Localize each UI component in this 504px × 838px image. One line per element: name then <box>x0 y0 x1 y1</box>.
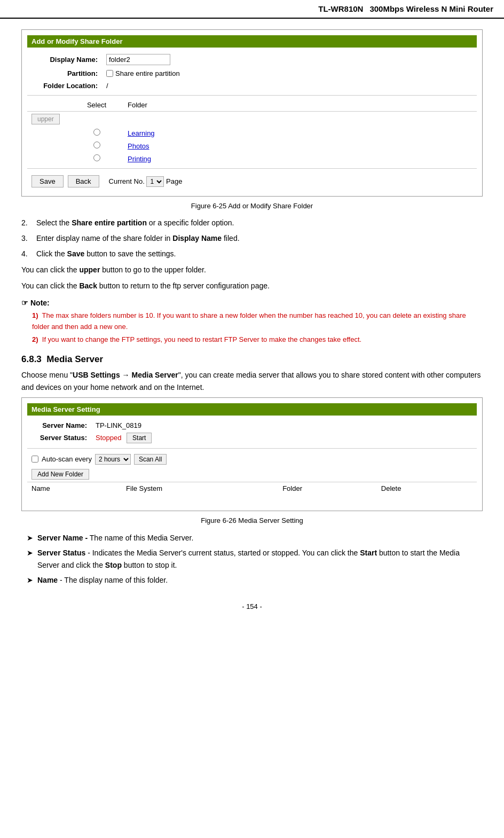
ms-empty-row <box>27 495 477 505</box>
autoscan-checkbox[interactable] <box>32 456 38 463</box>
note-section: ☞ Note: 1) The max share folders number … <box>21 299 483 346</box>
folder-link-0[interactable]: Learning <box>128 129 155 137</box>
divider1 <box>27 95 477 96</box>
bullet-name: ➤ Name - The display name of this folder… <box>21 574 483 586</box>
server-status-label: Server Status: <box>27 431 91 445</box>
figure26-box: Media Server Setting Server Name: TP-LIN… <box>21 397 483 511</box>
back-button[interactable]: Back <box>68 175 99 187</box>
add-folder-row: Add New Folder <box>27 467 477 482</box>
server-status-cell: Stopped Start <box>91 431 477 445</box>
page-header: TL-WR810N 300Mbps Wireless N Mini Router <box>0 0 504 19</box>
buttons-row: Save Back Current No. 1 Page <box>27 172 477 191</box>
page-suffix: Page <box>166 177 182 185</box>
para-upper: You can click the upper button to go to … <box>21 264 483 276</box>
upper-bold: upper <box>79 265 100 274</box>
page-footer: - 154 - <box>21 602 483 610</box>
step-4-text: Click the Save button to save the settin… <box>36 248 176 260</box>
partition-cell: Share entire partition <box>102 67 477 80</box>
ms-form-table: Server Name: TP-LINK_0819 Server Status:… <box>27 420 477 445</box>
folder-location-row: Folder Location: / <box>27 80 477 92</box>
note-items: 1) The max share folders number is 10. I… <box>21 310 483 346</box>
partition-checkbox-text: Share entire partition <box>115 69 180 77</box>
page-number: - 154 - <box>242 602 262 610</box>
note-label: Note: <box>30 299 50 307</box>
folder-empty2 <box>27 152 70 165</box>
autoscan-hours-select[interactable]: 2 hours <box>95 454 131 465</box>
form-table: Display Name: Partition: Share entire pa… <box>27 52 477 92</box>
divider3 <box>27 448 477 449</box>
col-name-header: Name <box>27 482 122 495</box>
partition-checkbox[interactable] <box>106 70 113 77</box>
radio-cell-0 <box>70 127 123 139</box>
figure26-header: Media Server Setting <box>27 403 477 416</box>
section-title: Media Server <box>46 354 103 364</box>
add-folder-button[interactable]: Add New Folder <box>32 469 89 480</box>
display-name-input[interactable] <box>106 54 170 65</box>
folder-link-2[interactable]: Printing <box>128 155 151 163</box>
folder-table-header: Select Folder <box>27 99 477 112</box>
para-media: Choose menu "USB Settings → Media Server… <box>21 369 483 393</box>
start-bold: Start <box>360 549 377 557</box>
para-back: You can click the Back button to return … <box>21 280 483 292</box>
server-name-value: TP-LINK_0819 <box>91 420 477 431</box>
step-3-text: Enter display name of the share folder i… <box>36 233 240 244</box>
bullet-arrow-0: ➤ <box>27 532 37 544</box>
upper-cell: upper <box>27 112 477 127</box>
folder-location-label: Folder Location: <box>27 80 102 92</box>
step-2: 2. Select the Share entire partition or … <box>21 217 483 229</box>
server-name-label: Server Name: <box>27 420 91 431</box>
bullet-server-name-text: Server Name - The name of this Media Ser… <box>37 532 193 544</box>
bullet-bold-0: Server Name - <box>37 534 88 542</box>
note-1-num: 1) <box>32 311 38 319</box>
display-name-label: Display Name: <box>27 52 102 67</box>
note-icon: ☞ <box>21 299 28 307</box>
stop-bold: Stop <box>105 561 122 569</box>
bullet-bold-2: Name <box>37 576 58 584</box>
col-filesystem-header: File System <box>122 482 278 495</box>
autoscan-label: Auto-scan every <box>42 455 92 463</box>
bullet-server-status: ➤ Server Status - Indicates the Media Se… <box>21 547 483 571</box>
upper-button[interactable]: upper <box>32 114 60 124</box>
note-item-1: 1) The max share folders number is 10. I… <box>32 310 483 333</box>
folder-link-cell-1: Photos <box>123 139 477 152</box>
model-name: TL-WR810N <box>318 4 363 13</box>
radio-cell-2 <box>70 152 123 165</box>
note-title: ☞ Note: <box>21 299 483 307</box>
folder-radio-0[interactable] <box>93 129 100 136</box>
ms-columns-table: Name File System Folder Delete <box>27 482 477 505</box>
upper-row: upper <box>27 112 477 127</box>
partition-row: Partition: Share entire partition <box>27 67 477 80</box>
step-3: 3. Enter display name of the share folde… <box>21 233 483 244</box>
col-folder: Folder <box>123 99 477 112</box>
back-bold: Back <box>79 281 97 290</box>
folder-link-cell-0: Learning <box>123 127 477 139</box>
save-button[interactable]: Save <box>32 175 64 187</box>
ms-empty-cell <box>27 495 477 505</box>
note-item-2: 2) If you want to change the FTP setting… <box>32 334 483 346</box>
folder-link-1[interactable]: Photos <box>128 142 149 150</box>
bullet-arrow-1: ➤ <box>27 547 37 571</box>
figure25-box: Add or Modify Share Folder Display Name:… <box>21 29 483 197</box>
page-select[interactable]: 1 <box>146 176 164 187</box>
partition-checkbox-label[interactable]: Share entire partition <box>106 69 472 77</box>
step-3-num: 3. <box>21 233 36 244</box>
folder-table: Select Folder upper Learning <box>27 99 477 165</box>
media-server-bold: Media Server <box>132 371 178 379</box>
folder-empty0 <box>27 127 70 139</box>
scan-all-button[interactable]: Scan All <box>134 454 167 465</box>
main-content: Add or Modify Share Folder Display Name:… <box>0 24 504 621</box>
folder-row-1: Photos <box>27 139 477 152</box>
folder-radio-2[interactable] <box>93 154 100 161</box>
bullet-arrow-2: ➤ <box>27 574 37 586</box>
step-2-text: Select the Share entire partition or a s… <box>36 217 234 229</box>
figure26-caption: Figure 6-26 Media Server Setting <box>21 516 483 524</box>
step-4-num: 4. <box>21 248 36 260</box>
folder-radio-1[interactable] <box>93 142 100 148</box>
page-info: Current No. 1 Page <box>109 176 183 187</box>
step-2-bold: Share entire partition <box>72 218 147 227</box>
start-button[interactable]: Start <box>127 433 152 443</box>
col-delete-header: Delete <box>377 482 477 495</box>
col-folder-header: Folder <box>278 482 377 495</box>
col-select-header <box>27 99 70 112</box>
figure25-header: Add or Modify Share Folder <box>27 35 477 48</box>
